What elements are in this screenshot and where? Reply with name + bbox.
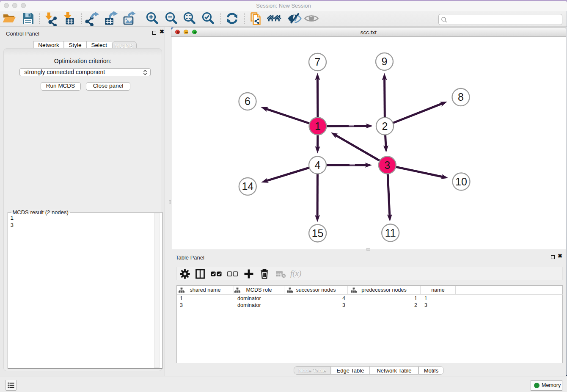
- svg-text:1: 1: [315, 120, 321, 132]
- svg-text:3: 3: [384, 159, 390, 171]
- svg-text:2: 2: [382, 120, 388, 132]
- svg-text:11: 11: [385, 226, 396, 238]
- svg-text:10: 10: [455, 175, 467, 187]
- svg-text:7: 7: [315, 56, 321, 68]
- svg-text:14: 14: [242, 180, 253, 192]
- svg-text:6: 6: [245, 95, 250, 107]
- svg-text:15: 15: [312, 227, 324, 239]
- svg-text:4: 4: [315, 159, 321, 171]
- svg-text:9: 9: [382, 55, 388, 67]
- svg-text:8: 8: [458, 91, 464, 103]
